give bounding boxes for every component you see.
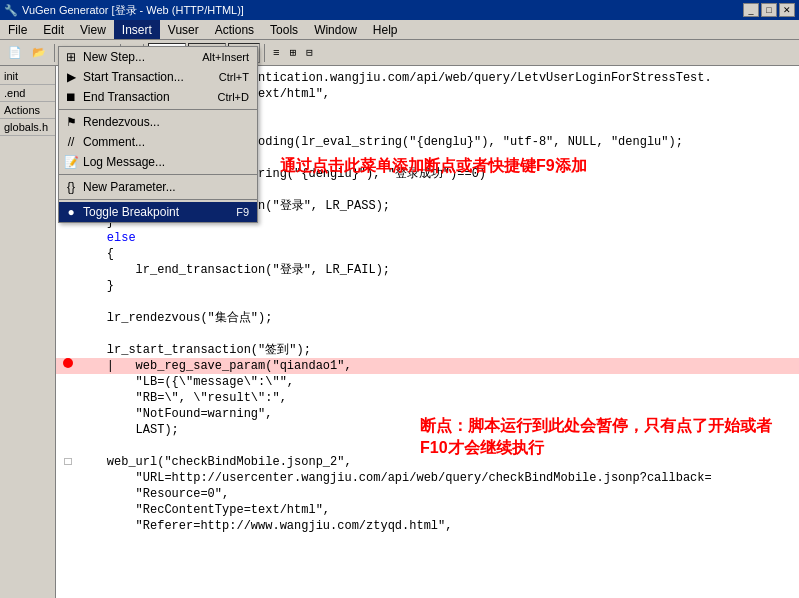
start-trans-icon: ▶ (63, 70, 79, 84)
toolbar-open[interactable]: 📂 (28, 43, 50, 63)
maximize-button[interactable]: □ (761, 3, 777, 17)
code-text-resource: "Resource=0", (78, 486, 797, 502)
end-trans-shortcut: Ctrl+D (218, 91, 249, 103)
code-text-rb: "RB=\", \"result\":", (78, 390, 797, 406)
breakpoint-icon: ● (63, 205, 79, 219)
left-sidebar: init .end Actions globals.h (0, 66, 56, 598)
toolbar-extra-2[interactable]: ⊞ (286, 43, 301, 63)
code-text-notfound: "NotFound=warning", (78, 406, 797, 422)
code-line-url2: "URL=http://usercenter.wangjiu.com/api/w… (56, 470, 799, 486)
code-text-breakpoint: | web_reg_save_param("qiandao1", (78, 358, 797, 374)
code-line-weburl: □ web_url("checkBindMobile.jsonp_2", (56, 454, 799, 470)
code-text-last: LAST); (78, 422, 797, 438)
code-text-brace3: { (78, 246, 797, 262)
code-line-blank3 (56, 294, 799, 310)
menu-edit[interactable]: Edit (35, 20, 72, 39)
code-line-referer: "Referer=http://www.wangjiu.com/ztyqd.ht… (56, 518, 799, 534)
menu-bar: File Edit View Insert Vuser Actions Tool… (0, 20, 799, 40)
log-label: Log Message... (83, 155, 165, 169)
breakpoint-dot (63, 358, 73, 368)
insert-dropdown: ⊞ New Step... Alt+Insert ▶ Start Transac… (58, 46, 258, 223)
code-line-last: LAST); (56, 422, 799, 438)
title-bar-left: 🔧 VuGen Generator [登录 - Web (HTTP/HTML)] (4, 3, 244, 18)
code-line-breakpoint: | web_reg_save_param("qiandao1", (56, 358, 799, 374)
code-line-rb: "RB=\", \"result\":", (56, 390, 799, 406)
comment-label: Comment... (83, 135, 145, 149)
menu-window[interactable]: Window (306, 20, 365, 39)
code-text-rectype: "RecContentType=text/html", (78, 502, 797, 518)
code-text-brace4: } (78, 278, 797, 294)
code-text-lb: "LB=({\"message\":\"", (78, 374, 797, 390)
end-trans-label: End Transaction (83, 90, 170, 104)
code-text-start-trans: lr_start_transaction("签到"); (78, 342, 797, 358)
menu-tools[interactable]: Tools (262, 20, 306, 39)
sidebar-actions[interactable]: Actions (0, 102, 55, 119)
param-icon: {} (63, 180, 79, 194)
menu-file[interactable]: File (0, 20, 35, 39)
menu-insert[interactable]: Insert (114, 20, 160, 39)
dropdown-sep-1 (59, 109, 257, 110)
code-line-blank5 (56, 438, 799, 454)
code-text-end-fail: lr_end_transaction("登录", LR_FAIL); (78, 262, 797, 278)
code-line-resource: "Resource=0", (56, 486, 799, 502)
new-step-label: New Step... (83, 50, 145, 64)
code-line-lb: "LB=({\"message\":\"", (56, 374, 799, 390)
sidebar-end[interactable]: .end (0, 85, 55, 102)
code-line-rendezvous: lr_rendezvous("集合点"); (56, 310, 799, 326)
code-line-rectype: "RecContentType=text/html", (56, 502, 799, 518)
title-bar-controls[interactable]: _ □ ✕ (743, 3, 795, 17)
new-step-icon: ⊞ (63, 50, 79, 64)
code-text-url2: "URL=http://usercenter.wangjiu.com/api/w… (78, 470, 797, 486)
code-line-start-trans: lr_start_transaction("签到"); (56, 342, 799, 358)
window-title: VuGen Generator [登录 - Web (HTTP/HTML)] (22, 3, 244, 18)
start-trans-label: Start Transaction... (83, 70, 184, 84)
code-text-referer: "Referer=http://www.wangjiu.com/ztyqd.ht… (78, 518, 797, 534)
new-step-shortcut: Alt+Insert (202, 51, 249, 63)
menu-toggle-breakpoint[interactable]: ● Toggle Breakpoint F9 (59, 202, 257, 222)
close-button[interactable]: ✕ (779, 3, 795, 17)
menu-rendezvous[interactable]: ⚑ Rendezvous... (59, 112, 257, 132)
start-trans-shortcut: Ctrl+T (219, 71, 249, 83)
code-text-else: else (78, 230, 797, 246)
code-text-blank5 (78, 438, 797, 454)
toolbar-sep-4 (264, 44, 265, 62)
toggle-breakpoint-label: Toggle Breakpoint (83, 205, 179, 219)
code-line-blank4 (56, 326, 799, 342)
sidebar-init[interactable]: init (0, 68, 55, 85)
toggle-breakpoint-shortcut: F9 (236, 206, 249, 218)
gutter-weburl: □ (58, 454, 78, 470)
rendezvous-icon: ⚑ (63, 115, 79, 129)
menu-end-transaction[interactable]: ⏹ End Transaction Ctrl+D (59, 87, 257, 107)
minimize-button[interactable]: _ (743, 3, 759, 17)
menu-view[interactable]: View (72, 20, 114, 39)
menu-vuser[interactable]: Vuser (160, 20, 207, 39)
gutter-breakpoint (58, 358, 78, 368)
toolbar-extra-1[interactable]: ≡ (269, 43, 284, 63)
code-line-brace4: } (56, 278, 799, 294)
code-line-else: else (56, 230, 799, 246)
code-text-blank3 (78, 294, 797, 310)
toolbar-new[interactable]: 📄 (4, 43, 26, 63)
code-line-notfound: "NotFound=warning", (56, 406, 799, 422)
app-icon: 🔧 (4, 4, 18, 17)
code-text-blank4 (78, 326, 797, 342)
menu-new-parameter[interactable]: {} New Parameter... (59, 177, 257, 197)
code-text-weburl: web_url("checkBindMobile.jsonp_2", (78, 454, 797, 470)
dropdown-sep-2 (59, 174, 257, 175)
dropdown-sep-3 (59, 199, 257, 200)
menu-help[interactable]: Help (365, 20, 406, 39)
toolbar-sep-1 (54, 44, 55, 62)
comment-icon: // (63, 135, 79, 149)
new-param-label: New Parameter... (83, 180, 176, 194)
toolbar-extra-3[interactable]: ⊟ (302, 43, 317, 63)
log-icon: 📝 (63, 155, 79, 169)
code-line-end-fail: lr_end_transaction("登录", LR_FAIL); (56, 262, 799, 278)
rendezvous-label: Rendezvous... (83, 115, 160, 129)
menu-start-transaction[interactable]: ▶ Start Transaction... Ctrl+T (59, 67, 257, 87)
menu-actions[interactable]: Actions (207, 20, 262, 39)
sidebar-globals[interactable]: globals.h (0, 119, 55, 136)
title-bar: 🔧 VuGen Generator [登录 - Web (HTTP/HTML)]… (0, 0, 799, 20)
menu-log-message[interactable]: 📝 Log Message... (59, 152, 257, 172)
menu-new-step[interactable]: ⊞ New Step... Alt+Insert (59, 47, 257, 67)
menu-comment[interactable]: // Comment... (59, 132, 257, 152)
